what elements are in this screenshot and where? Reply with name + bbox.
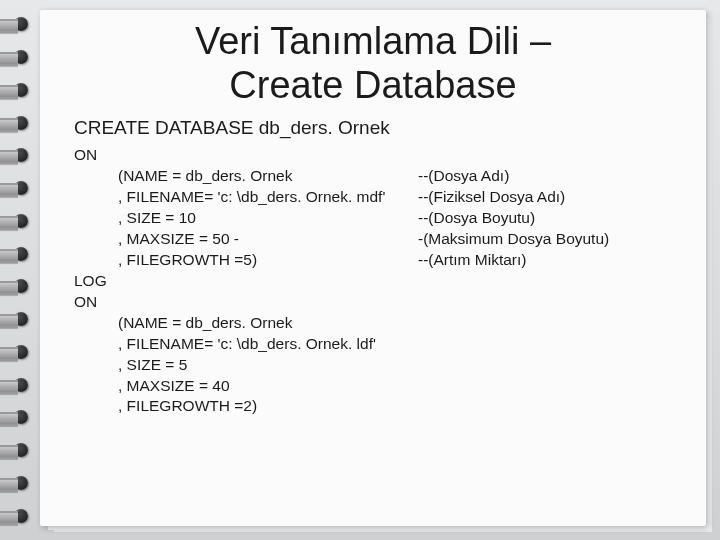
slide-title: Veri Tanımlama Dili – Create Database — [40, 10, 706, 113]
code-line: , MAXSIZE = 50 - — [74, 229, 239, 250]
code-line: , FILENAME= 'c: \db_ders. Ornek. mdf' — [74, 187, 385, 208]
spiral-binding — [0, 0, 40, 540]
code-line: , MAXSIZE = 40 — [74, 376, 230, 397]
code-line: ON — [74, 292, 97, 313]
code-line: , FILEGROWTH =2) — [74, 396, 257, 417]
code-line: , SIZE = 10 — [74, 208, 196, 229]
sql-header: CREATE DATABASE db_ders. Ornek — [40, 113, 706, 141]
code-line: (NAME = db_ders. Ornek — [74, 166, 292, 187]
code-comment: --(Artım Miktarı) — [418, 250, 526, 271]
code-comment: --(Fiziksel Dosya Adı) — [418, 187, 565, 208]
title-line-2: Create Database — [229, 64, 516, 106]
code-comment: --(Dosya Boyutu) — [418, 208, 535, 229]
code-comment: --(Dosya Adı) — [418, 166, 509, 187]
code-comment: -(Maksimum Dosya Boyutu) — [418, 229, 609, 250]
code-line: (NAME = db_ders. Ornek — [74, 313, 292, 334]
code-line: , FILEGROWTH =5) — [74, 250, 257, 271]
code-line: LOG — [74, 271, 107, 292]
code-line: , FILENAME= 'c: \db_ders. Ornek. ldf' — [74, 334, 376, 355]
code-line: ON — [74, 145, 97, 166]
code-block: ON (NAME = db_ders. Ornek --(Dosya Adı) … — [40, 141, 706, 417]
code-line: , SIZE = 5 — [74, 355, 187, 376]
slide-stage: Veri Tanımlama Dili – Create Database CR… — [0, 0, 720, 540]
paper-sheet: Veri Tanımlama Dili – Create Database CR… — [40, 10, 706, 526]
title-line-1: Veri Tanımlama Dili – — [195, 20, 551, 62]
